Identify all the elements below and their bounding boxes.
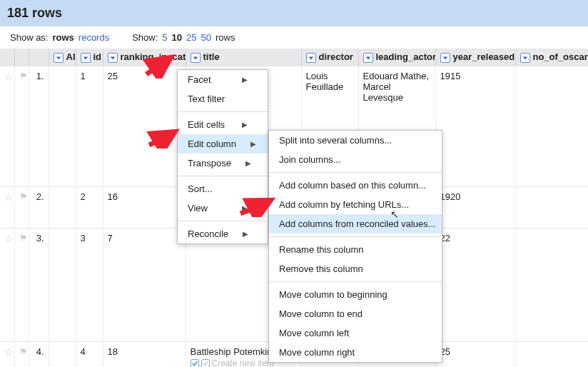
chevron-right-icon: ▶ <box>250 140 256 148</box>
col-menu-title[interactable] <box>191 53 201 63</box>
col-menu-year[interactable] <box>440 53 450 63</box>
chevron-right-icon: ▶ <box>242 121 248 129</box>
col-header-title[interactable]: title <box>186 49 301 66</box>
edit-column-submenu[interactable]: Split into several columns... Join colum… <box>268 130 442 363</box>
menu-transpose[interactable]: Transpose▶ <box>178 154 268 173</box>
row-index: 4. <box>29 341 49 367</box>
col-menu-all[interactable] <box>54 53 64 63</box>
menu-edit-cells[interactable]: Edit cells▶ <box>178 115 268 134</box>
check-icon[interactable] <box>191 359 199 367</box>
submenu-split[interactable]: Split into several columns... <box>269 131 442 150</box>
column-header-row: All id ranking_in_category title directo… <box>0 49 588 66</box>
col-menu-actors[interactable] <box>363 53 373 63</box>
flag-icon[interactable]: ⚑ <box>18 232 28 244</box>
row-index: 3. <box>29 228 49 341</box>
flag-icon[interactable]: ⚑ <box>18 70 28 82</box>
column-context-menu[interactable]: Facet▶ Text filter Edit cells▶ Edit colu… <box>177 69 268 244</box>
col-header-year[interactable]: year_released <box>435 49 515 66</box>
flag-icon[interactable]: ⚑ <box>18 191 28 203</box>
submenu-move-end[interactable]: Move column to end <box>269 304 442 323</box>
cell-year: 1915 <box>435 66 515 186</box>
cell-ranking: 25 <box>103 66 186 186</box>
submenu-add-reconciled[interactable]: Add columns from reconciled values... <box>269 214 442 233</box>
star-icon[interactable]: ☆ <box>4 71 14 82</box>
cell-year: 22 <box>435 228 515 341</box>
view-options-bar: Show as: rows records Show: 5 10 25 50 r… <box>0 26 588 49</box>
submenu-rename[interactable]: Rename this column <box>269 240 442 259</box>
star-icon[interactable]: ☆ <box>4 346 14 358</box>
submenu-add-fetch[interactable]: Add column by fetching URLs... <box>269 195 442 214</box>
col-header-ranking[interactable]: ranking_in_category <box>103 49 186 66</box>
show-count-label: Show: <box>132 32 158 43</box>
chevron-right-icon: ▶ <box>245 159 251 167</box>
cell-id: 1 <box>76 66 103 186</box>
menu-view[interactable]: View▶ <box>178 198 268 218</box>
show-as-rows[interactable]: rows <box>52 32 74 43</box>
cell-id: 2 <box>76 186 103 228</box>
menu-edit-column[interactable]: Edit column▶ <box>178 134 268 154</box>
show-25[interactable]: 25 <box>186 32 196 43</box>
cell-ranking: 7 <box>103 228 186 341</box>
cell-ranking: 18 <box>103 341 186 367</box>
flag-icon[interactable]: ⚑ <box>18 346 28 358</box>
submenu-move-right[interactable]: Move column right <box>269 343 442 362</box>
show-10[interactable]: 10 <box>172 32 182 43</box>
cell-id: 4 <box>76 341 103 367</box>
row-count-header: 181 rows <box>0 0 588 26</box>
submenu-join[interactable]: Join columns... <box>269 150 442 169</box>
col-menu-ranking[interactable] <box>108 53 118 63</box>
submenu-move-left[interactable]: Move column left <box>269 323 442 343</box>
star-icon[interactable]: ☆ <box>4 191 14 203</box>
show-5[interactable]: 5 <box>162 32 167 43</box>
check-icon[interactable] <box>201 359 210 367</box>
cell-id: 3 <box>76 228 103 341</box>
submenu-move-beginning[interactable]: Move column to beginning <box>269 285 442 304</box>
row-index: 1. <box>29 66 49 186</box>
col-menu-director[interactable] <box>306 53 316 63</box>
col-menu-id[interactable] <box>81 53 91 63</box>
chevron-right-icon: ▶ <box>243 230 248 238</box>
cell-ranking: 16 <box>103 186 186 228</box>
col-header-actors[interactable]: leading_actors <box>358 49 435 66</box>
menu-facet[interactable]: Facet▶ <box>178 70 268 89</box>
col-header-director[interactable]: director <box>301 49 358 66</box>
row-index: 2. <box>29 186 49 228</box>
show-rows-suffix: rows <box>216 32 235 43</box>
chevron-right-icon: ▶ <box>242 76 248 84</box>
col-menu-oscars[interactable] <box>520 53 530 63</box>
menu-sort[interactable]: Sort... <box>178 179 268 198</box>
submenu-add-based[interactable]: Add column based on this column... <box>269 176 442 195</box>
col-header-all[interactable]: All <box>49 49 76 66</box>
show-as-records[interactable]: records <box>78 32 109 43</box>
submenu-remove[interactable]: Remove this column <box>269 259 442 278</box>
star-icon[interactable]: ☆ <box>4 233 14 244</box>
col-header-id[interactable]: id <box>76 49 103 66</box>
cell-year: 1920 <box>435 186 515 228</box>
show-as-label: Show as: <box>10 32 48 43</box>
chevron-right-icon: ▶ <box>242 204 248 212</box>
cell-year: 25 <box>435 341 515 367</box>
show-50[interactable]: 50 <box>201 32 211 43</box>
create-new-item[interactable]: Create new item <box>212 358 274 367</box>
menu-reconcile[interactable]: Reconcile▶ <box>178 224 268 243</box>
menu-text-filter[interactable]: Text filter <box>178 89 268 109</box>
col-header-oscars[interactable]: no_of_oscars won <box>515 49 588 66</box>
